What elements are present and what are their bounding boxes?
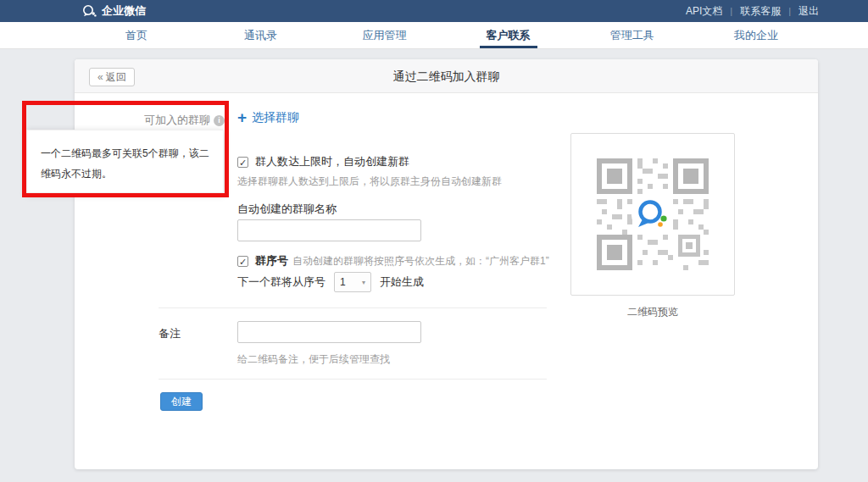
next-sequence-value: 1 [340,276,346,288]
qr-corner-pattern [678,235,700,257]
tooltip-popup: 一个二维码最多可关联5个群聊，该二维码永不过期。 [26,130,224,193]
brand: 企业微信 [81,3,146,19]
select-group-link[interactable]: + 选择群聊 [237,110,299,125]
topbar: 企业微信 API文档 | 联系客服 | 退出 [0,0,868,22]
wecom-logo-icon [81,4,97,18]
auto-create-hint: 选择群聊群人数达到上限后，将以原群主身份自动创建新群 [237,175,502,189]
brand-name: 企业微信 [102,3,146,19]
tab-home[interactable]: 首页 [75,22,198,48]
divider [159,307,547,308]
topbar-links: API文档 | 联系客服 | 退出 [686,4,819,19]
tab-app-management[interactable]: 应用管理 [322,22,446,48]
create-button[interactable]: 创建 [160,392,203,411]
sequence-description: 自动创建的群聊将按照序号依次生成，如：“广州客户群1” [292,254,549,269]
link-api-docs[interactable]: API文档 [686,4,722,19]
divider [159,379,547,380]
separator: | [788,6,791,16]
auto-name-label: 自动创建的群聊名称 [237,202,337,217]
content-card: « 返回 通过二维码加入群聊 可加入的群聊 i + 选择群聊 ✓ 群人数达上限时… [75,59,818,469]
plus-icon: + [237,110,247,125]
back-button-label: 返回 [106,70,126,85]
auto-name-input[interactable] [237,219,421,241]
qr-caption: 二维码预览 [570,305,735,319]
tab-admin-tools[interactable]: 管理工具 [570,22,694,48]
separator: | [730,6,732,16]
select-group-label: 选择群聊 [252,110,299,125]
auto-create-checkbox[interactable]: ✓ [237,157,248,168]
remark-label: 备注 [159,326,181,341]
back-chevron-icon: « [97,71,103,83]
joinable-group-row: 可加入的群聊 i [75,113,225,128]
joinable-group-label: 可加入的群聊 [144,113,210,128]
card-header: « 返回 通过二维码加入群聊 [75,59,818,93]
sequence-checkbox[interactable]: ✓ [237,256,248,267]
next-sequence-prefix: 下一个群将从序号 [237,274,326,290]
info-icon[interactable]: i [214,115,225,126]
back-button[interactable]: « 返回 [89,68,135,86]
tab-my-company[interactable]: 我的企业 [694,22,818,48]
auto-create-checkbox-row: ✓ 群人数达上限时，自动创建新群 [237,154,409,169]
qr-preview-box [570,133,735,296]
remark-input[interactable] [237,321,421,343]
chevron-down-icon: ▾ [362,279,365,286]
page: 企业微信 API文档 | 联系客服 | 退出 首页 通讯录 应用管理 客户联系 … [0,0,868,482]
auto-create-label: 群人数达上限时，自动创建新群 [255,154,409,169]
link-contact-support[interactable]: 联系客服 [740,4,781,19]
sequence-checkbox-row: ✓ 群序号 自动创建的群聊将按照序号依次生成，如：“广州客户群1” [237,253,549,269]
next-sequence-select[interactable]: 1 ▾ [334,272,371,292]
main-nav: 首页 通讯录 应用管理 客户联系 管理工具 我的企业 [0,22,868,49]
next-sequence-suffix: 开始生成 [380,274,424,290]
page-title: 通过二维码加入群聊 [75,59,818,93]
next-sequence-row: 下一个群将从序号 1 ▾ 开始生成 [237,272,424,292]
remark-hint: 给二维码备注，便于后续管理查找 [237,352,390,367]
link-logout[interactable]: 退出 [798,4,819,19]
tab-customer-contact[interactable]: 客户联系 [447,22,570,48]
tab-contacts[interactable]: 通讯录 [198,22,322,48]
qrcode-placeholder-image [597,158,709,270]
sequence-label: 群序号 [255,253,288,269]
